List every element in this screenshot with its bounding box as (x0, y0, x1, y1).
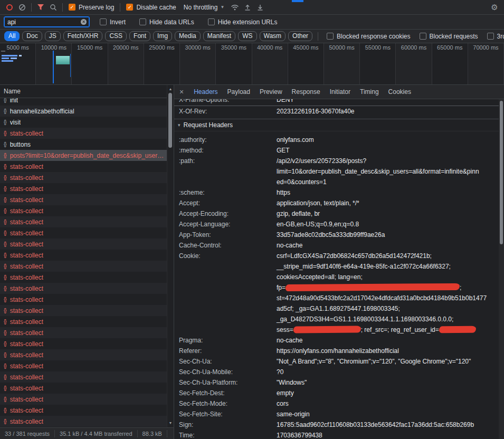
tab-headers[interactable]: Headers (189, 85, 222, 99)
request-row[interactable]: {}stats-collect (0, 394, 174, 405)
export-har-button[interactable] (254, 2, 267, 13)
type-filter-wasm[interactable]: Wasm (260, 31, 286, 41)
scrollbar-thumb[interactable] (168, 93, 172, 148)
type-filter-other[interactable]: Other (288, 31, 312, 41)
request-row[interactable]: {}stats-collect (0, 371, 174, 383)
hide-data-urls-checkbox[interactable] (139, 18, 146, 25)
network-conditions-button[interactable] (229, 2, 241, 13)
type-filter-media[interactable]: Media (175, 31, 201, 41)
hide-data-urls-toggle[interactable]: Hide data URLs (139, 18, 194, 26)
request-row[interactable]: {}stats-collect (0, 294, 174, 305)
disable-cache-checkbox[interactable]: ✓ (126, 4, 133, 11)
request-row[interactable]: {}stats-collect (0, 405, 174, 416)
script-icon: {} (4, 252, 6, 258)
request-row[interactable]: {}stats-collect (0, 250, 174, 261)
tab-initiator[interactable]: Initiator (325, 85, 355, 99)
type-filter-js[interactable]: JS (45, 31, 61, 41)
close-icon[interactable]: × (174, 88, 189, 96)
scroll-up-icon[interactable]: ▲ (167, 86, 174, 92)
throttling-dropdown[interactable]: No throttling ▼ (184, 4, 225, 11)
type-filter-manifest[interactable]: Manifest (203, 31, 235, 41)
request-row[interactable]: {}stats-collect (0, 161, 174, 172)
throttling-value: No throttling (184, 4, 218, 11)
type-filter-all[interactable]: All (4, 31, 20, 41)
request-row[interactable]: {}stats-collect (0, 283, 174, 294)
timeline-overview[interactable]: 5000 ms10000 ms15000 ms20000 ms25000 ms3… (0, 43, 504, 85)
request-row[interactable]: {}stats-collect (0, 261, 174, 272)
request-row[interactable]: {}stats-collect (0, 238, 174, 250)
request-row[interactable]: {}stats-collect (0, 128, 174, 139)
blocked-response-cookies-checkbox[interactable] (327, 33, 334, 40)
request-row[interactable]: {}stats-collect (0, 227, 174, 238)
disable-cache-toggle[interactable]: ✓ Disable cache (126, 4, 176, 11)
preserve-log-toggle[interactable]: ✓ Preserve log (69, 4, 114, 11)
record-button[interactable] (3, 2, 16, 13)
type-filter-css[interactable]: CSS (105, 31, 127, 41)
request-row[interactable]: {}stats-collect (0, 194, 174, 205)
hide-data-urls-label: Hide data URLs (149, 18, 194, 26)
settings-gear-icon[interactable]: ⚙ (488, 3, 501, 12)
scrollbar-thumb[interactable] (500, 101, 503, 244)
type-filter-doc[interactable]: Doc (22, 31, 42, 41)
3rd-party-requests-toggle[interactable]: 3rd-party requests (487, 33, 504, 40)
type-filter-img[interactable]: Img (153, 31, 172, 41)
clear-button[interactable] (16, 2, 28, 13)
header-row: Sec-Fetch-Dest:empty (174, 388, 504, 398)
request-row[interactable]: {}buttons (0, 139, 174, 150)
import-har-button[interactable] (241, 2, 254, 13)
tab-cookies[interactable]: Cookies (384, 85, 416, 99)
tab-response[interactable]: Response (287, 85, 325, 99)
hide-extension-urls-toggle[interactable]: Hide extension URLs (208, 18, 278, 26)
hide-extension-urls-checkbox[interactable] (208, 18, 215, 25)
header-row: Sec-Ch-Ua-Platform:"Windows" (174, 377, 504, 388)
invert-toggle[interactable]: Invert (100, 18, 126, 26)
type-filter-ws[interactable]: WS (238, 31, 256, 41)
tab-payload[interactable]: Payload (223, 85, 255, 99)
3rd-party-requests-checkbox[interactable] (487, 33, 494, 40)
disclosure-triangle-icon[interactable]: ▾ (178, 122, 180, 128)
request-row[interactable]: {}init (0, 98, 174, 106)
filter-input[interactable] (4, 17, 89, 27)
blocked-requests-checkbox[interactable] (420, 33, 426, 40)
filter-toggle-button[interactable] (34, 2, 47, 13)
scroll-down-icon[interactable]: ▼ (167, 420, 174, 426)
request-row[interactable]: {}stats-collect (0, 416, 174, 427)
request-list-scrollbar[interactable]: ▲ ▼ (167, 85, 174, 427)
filter-bar: ✕ Invert Hide data URLs Hide extension U… (0, 15, 504, 30)
request-row[interactable]: {}stats-collect (0, 327, 174, 338)
request-row[interactable]: {}stats-collect (0, 305, 174, 316)
type-filter-fetch-xhr[interactable]: Fetch/XHR (63, 31, 103, 41)
preserve-log-checkbox[interactable]: ✓ (69, 4, 75, 11)
request-name: posts?limit=10&order=publish_date_desc&s… (10, 152, 164, 159)
waterfall-bar (11, 58, 17, 59)
request-row[interactable]: {}stats-collect (0, 383, 174, 394)
blocked-response-cookies-toggle[interactable]: Blocked response cookies (327, 33, 410, 40)
invert-checkbox[interactable] (100, 18, 107, 25)
request-name: stats-collect (10, 362, 43, 370)
blocked-requests-toggle[interactable]: Blocked requests (420, 33, 478, 40)
request-row[interactable]: {}stats-collect (0, 349, 174, 360)
request-row[interactable]: {}stats-collect (0, 272, 174, 283)
tab-timing[interactable]: Timing (355, 85, 384, 99)
header-value: cors (277, 398, 504, 409)
request-row[interactable]: {}stats-collect (0, 338, 174, 349)
details-scrollbar[interactable] (499, 99, 504, 439)
clear-filter-icon[interactable]: ✕ (81, 19, 87, 25)
request-row[interactable]: {}stats-collect (0, 183, 174, 194)
request-row[interactable]: {}stats-collect (0, 216, 174, 227)
request-row[interactable]: {}stats-collect (0, 172, 174, 183)
request-row[interactable]: {}stats-collect (0, 360, 174, 371)
request-row[interactable]: {}stats-collect (0, 205, 174, 216)
request-headers-section[interactable]: ▾ Request Headers (174, 119, 504, 131)
header-row: Pragma:no-cache (174, 335, 504, 346)
request-row[interactable]: {}stats-collect (0, 316, 174, 327)
search-button[interactable] (47, 2, 60, 13)
tab-preview[interactable]: Preview (255, 85, 287, 99)
separator (62, 3, 63, 12)
request-row[interactable]: {}posts?limit=10&order=publish_date_desc… (0, 150, 174, 161)
type-filter-font[interactable]: Font (129, 31, 150, 41)
request-row[interactable]: {}visit (0, 117, 174, 128)
header-name: Accept: (179, 198, 277, 208)
request-row[interactable]: {}hannahelizabethofficial (0, 106, 174, 117)
name-column-header[interactable]: Name (0, 85, 174, 98)
